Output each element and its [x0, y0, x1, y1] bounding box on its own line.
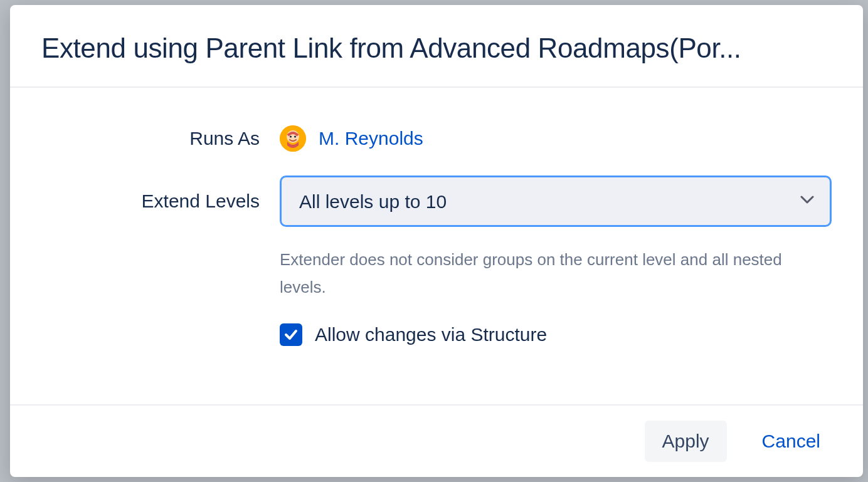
extend-modal: Extend using Parent Link from Advanced R…	[10, 5, 863, 477]
svg-point-3	[294, 135, 296, 137]
extend-levels-select[interactable]: All levels up to 10	[280, 176, 832, 227]
modal-header: Extend using Parent Link from Advanced R…	[10, 5, 863, 88]
extend-levels-help-text: Extender does not consider groups on the…	[280, 246, 832, 301]
user-avatar-icon	[280, 125, 306, 152]
help-and-checkbox-row: Extender does not consider groups on the…	[41, 227, 832, 346]
apply-button[interactable]: Apply	[645, 421, 727, 462]
extend-levels-label: Extend Levels	[41, 191, 280, 212]
runs-as-label: Runs As	[41, 125, 280, 149]
allow-changes-checkbox[interactable]	[280, 323, 302, 346]
modal-body: Runs As M. Reynolds	[10, 88, 863, 404]
modal-footer: Apply Cancel	[10, 404, 863, 477]
runs-as-row: Runs As M. Reynolds	[41, 125, 832, 154]
extend-levels-row: Extend Levels All levels up to 10	[41, 176, 832, 227]
modal-title: Extend using Parent Link from Advanced R…	[41, 33, 832, 64]
svg-point-2	[290, 135, 292, 137]
allow-changes-label[interactable]: Allow changes via Structure	[315, 324, 547, 345]
cancel-button[interactable]: Cancel	[744, 421, 838, 462]
runs-as-user-name: M. Reynolds	[319, 128, 423, 149]
check-icon	[283, 327, 299, 342]
runs-as-user-link[interactable]: M. Reynolds	[280, 125, 423, 152]
